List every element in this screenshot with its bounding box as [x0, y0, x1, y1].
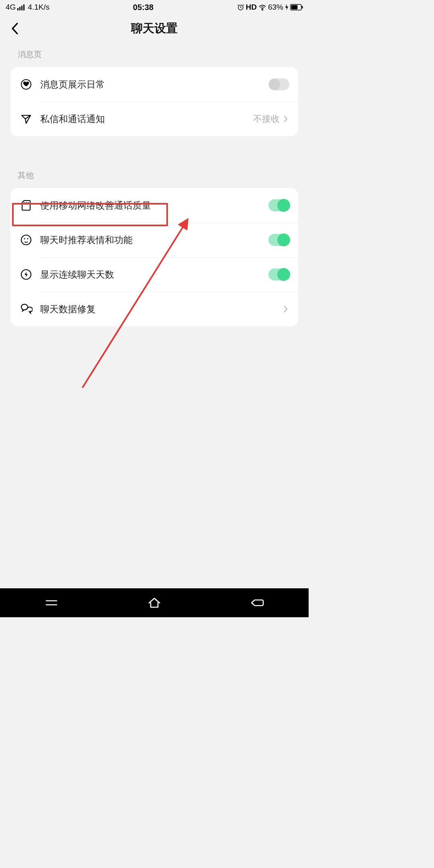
row-mobile-network-quality[interactable]: 使用移动网络改善通话质量	[10, 188, 298, 223]
svg-rect-7	[291, 5, 297, 9]
section-header-other: 其他	[0, 164, 309, 188]
network-speed: 4.1K/s	[28, 3, 49, 12]
nav-home-button[interactable]	[145, 593, 164, 612]
row-recommend-emoji[interactable]: 聊天时推荐表情和功能	[10, 223, 298, 257]
svg-rect-8	[302, 6, 303, 9]
chevron-right-icon	[282, 115, 289, 123]
home-icon	[147, 597, 162, 609]
page-header: 聊天设置	[0, 14, 309, 43]
svg-rect-2	[21, 6, 23, 10]
row-label: 消息页展示日常	[40, 78, 268, 91]
page-title: 聊天设置	[131, 20, 178, 37]
wifi-icon	[258, 4, 266, 10]
nav-back-button[interactable]	[248, 593, 267, 612]
svg-point-12	[27, 238, 28, 239]
chevron-left-icon	[10, 23, 19, 35]
battery-pct: 63%	[268, 3, 283, 12]
row-label: 私信和通话通知	[40, 113, 253, 125]
status-time: 05:38	[133, 3, 154, 12]
row-show-daily[interactable]: 消息页展示日常	[10, 67, 298, 102]
nav-recents-button[interactable]	[42, 593, 61, 612]
svg-rect-1	[19, 7, 20, 10]
network-type: 4G	[6, 3, 16, 12]
row-label: 使用移动网络改善通话质量	[40, 199, 268, 212]
sim-icon	[19, 199, 33, 212]
row-chat-streak[interactable]: 显示连续聊天天数	[10, 257, 298, 292]
send-icon	[19, 112, 33, 126]
menu-icon	[45, 598, 58, 608]
system-nav-bar	[0, 588, 309, 617]
section-header-messages: 消息页	[0, 43, 309, 67]
status-left: 4G 4.1K/s	[6, 3, 49, 12]
back-icon	[250, 598, 264, 608]
hd-label: HD	[246, 3, 257, 12]
row-dm-call-notify[interactable]: 私信和通话通知 不接收	[10, 102, 298, 136]
toggle-recommend-emoji[interactable]	[268, 234, 289, 246]
face-icon	[19, 233, 33, 247]
svg-rect-0	[17, 8, 18, 10]
svg-point-10	[21, 235, 31, 245]
heart-circle-icon	[19, 78, 33, 91]
toggle-mobile-network[interactable]	[268, 199, 289, 211]
battery-icon	[290, 4, 303, 10]
toggle-chat-streak[interactable]	[268, 268, 289, 280]
toggle-show-daily[interactable]	[268, 78, 289, 90]
row-chat-data-repair[interactable]: 聊天数据修复	[10, 292, 298, 326]
card-messages: 消息页展示日常 私信和通话通知 不接收	[10, 67, 298, 136]
back-button[interactable]	[9, 23, 21, 35]
status-right: HD 63%	[237, 3, 303, 12]
row-label: 聊天时推荐表情和功能	[40, 234, 268, 246]
svg-point-11	[24, 238, 25, 239]
charging-icon	[285, 4, 289, 10]
chevron-right-icon	[282, 305, 289, 313]
status-bar: 4G 4.1K/s 05:38 HD 63%	[0, 0, 309, 14]
svg-rect-3	[23, 4, 25, 10]
signal-icon	[17, 4, 26, 10]
row-label: 聊天数据修复	[40, 303, 282, 315]
chat-bubbles-icon	[19, 302, 33, 316]
alarm-icon	[237, 4, 244, 11]
lightning-circle-icon	[19, 268, 33, 281]
svg-point-5	[262, 9, 263, 10]
row-value: 不接收	[253, 113, 280, 125]
row-label: 显示连续聊天天数	[40, 268, 268, 281]
card-other: 使用移动网络改善通话质量 聊天时推荐表情和功能 显示连续聊天天数	[10, 188, 298, 326]
